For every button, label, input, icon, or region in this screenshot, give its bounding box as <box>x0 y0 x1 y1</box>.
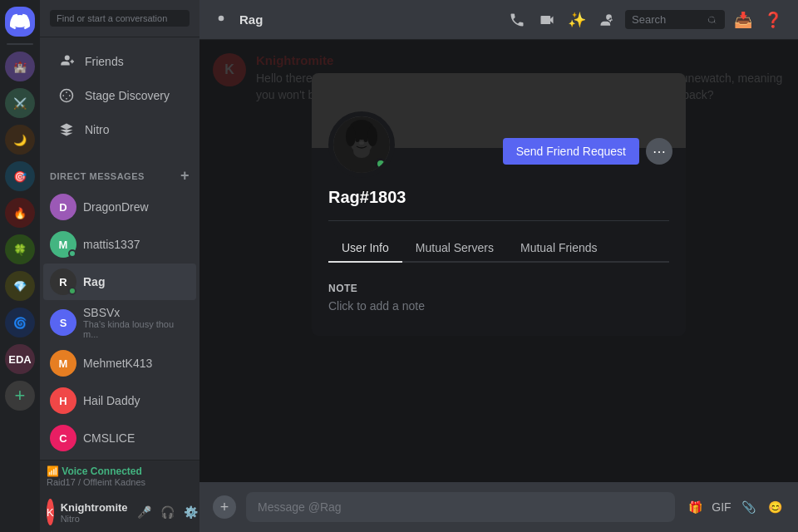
user-status: Nitro <box>61 514 128 524</box>
dm-item-dragondrew[interactable]: D DragonDrew <box>43 189 196 225</box>
add-friend-button[interactable] <box>595 8 618 32</box>
dm-section-header: DIRECT MESSAGES + <box>40 154 200 188</box>
note-label: NOTE <box>328 283 669 294</box>
topbar: Rag ✨ Search 📥 ❓ <box>200 0 798 40</box>
server-icon-5[interactable]: 🔥 <box>5 198 35 228</box>
send-friend-request-button[interactable]: Send Friend Request <box>503 138 639 165</box>
dm-avatar-mattis: M <box>50 231 76 258</box>
search-box[interactable]: Search <box>625 10 725 29</box>
dm-item-cmslice[interactable]: C CMSLICE <box>43 420 196 456</box>
dm-item-mattis[interactable]: M mattis1337 <box>43 226 196 263</box>
note-text[interactable]: Click to add a note <box>328 299 669 313</box>
emoji-button[interactable]: 😊 <box>765 497 785 517</box>
dm-name-rag: Rag <box>83 275 105 288</box>
dm-item-rag[interactable]: R Rag <box>43 264 196 300</box>
server-icon-7[interactable]: 💎 <box>5 271 35 301</box>
tab-user-info[interactable]: User Info <box>328 234 402 263</box>
svg-point-9 <box>359 141 364 145</box>
dm-name-mattis: mattis1337 <box>83 238 140 251</box>
server-icon-6[interactable]: 🍀 <box>5 234 35 264</box>
server-icon-9[interactable]: EDA <box>5 344 35 374</box>
main-content: Rag ✨ Search 📥 ❓ K <box>200 0 798 532</box>
deafen-button[interactable]: 🎧 <box>158 502 178 522</box>
settings-button[interactable]: ⚙️ <box>181 502 201 522</box>
sidebar-item-friends[interactable]: Friends <box>47 45 193 78</box>
add-dm-button[interactable]: + <box>180 167 190 185</box>
sticker-button[interactable]: 📎 <box>738 497 758 517</box>
more-options-button[interactable]: ⋯ <box>646 138 672 165</box>
dm-avatar-rag: R <box>50 268 76 295</box>
note-section: NOTE Click to add a note <box>328 276 669 319</box>
profile-actions: Send Friend Request ⋯ <box>503 138 672 165</box>
user-info: Knightromite Nitro <box>61 501 128 524</box>
profile-status-dot <box>375 158 387 170</box>
profile-modal: Send Friend Request ⋯ Rag#1803 User Info… <box>312 73 686 336</box>
svg-point-0 <box>61 90 73 102</box>
inbox-button[interactable]: 📥 <box>732 8 755 32</box>
dm-avatar-sbsvx: S <box>50 309 76 336</box>
profile-username: Rag#1803 <box>328 188 669 207</box>
svg-point-5 <box>346 126 356 146</box>
server-icon-3[interactable]: 🌙 <box>5 125 35 155</box>
topbar-actions: ✨ Search 📥 ❓ <box>505 8 785 32</box>
message-input[interactable]: Message @Rag <box>246 492 675 522</box>
svg-point-8 <box>364 137 368 142</box>
sidebar-friends-label: Friends <box>85 55 124 68</box>
profile-tabs: User Info Mutual Servers Mutual Friends <box>328 234 669 263</box>
server-icon-8[interactable]: 🌀 <box>5 308 35 337</box>
username: Knightromite <box>61 501 128 514</box>
server-icon-add[interactable]: + <box>5 381 35 411</box>
profile-banner: Send Friend Request ⋯ <box>312 73 686 148</box>
gif-button[interactable]: GIF <box>712 497 732 517</box>
server-icon-2[interactable]: ⚔️ <box>5 88 35 118</box>
user-bar: K Knightromite Nitro 🎤 🎧 ⚙️ <box>40 492 200 532</box>
sidebar-discovery-label: Stage Discovery <box>85 89 170 102</box>
sidebar-header: Find or start a conversation <box>40 0 200 37</box>
tab-mutual-servers[interactable]: Mutual Servers <box>402 234 507 263</box>
svg-point-3 <box>353 145 370 158</box>
discovery-icon <box>57 86 76 106</box>
voice-server-label: Raid17 / Offleint Kadnes <box>47 477 193 487</box>
dm-name-sbsvx: SBSVx Tha's kinda lousy thou m... <box>83 306 190 339</box>
dm-name-dragondrew: DragonDrew <box>83 200 149 214</box>
video-button[interactable] <box>535 8 559 32</box>
topbar-channel-name: Rag <box>239 12 263 27</box>
rag-online-indicator <box>68 287 76 295</box>
dm-avatar-haildaddy: H <box>50 387 76 414</box>
server-icon-1[interactable]: 🏰 <box>5 52 35 81</box>
modal-overlay[interactable]: Send Friend Request ⋯ Rag#1803 User Info… <box>200 40 798 482</box>
tab-mutual-friends[interactable]: Mutual Friends <box>507 234 611 263</box>
help-button[interactable]: ❓ <box>761 8 785 32</box>
nitro-topbar-icon[interactable]: ✨ <box>565 8 589 32</box>
voice-connected-label: 📶 Voice Connected <box>47 466 193 477</box>
sidebar-nav: Friends Stage Discovery Nitro <box>40 37 200 154</box>
dm-item-mehmet[interactable]: M MehmetK413 <box>43 345 196 382</box>
profile-avatar-wrapper <box>328 111 395 178</box>
dm-item-haildaddy[interactable]: H Hail Daddy <box>43 382 196 419</box>
discord-home-icon[interactable] <box>5 7 35 37</box>
svg-point-6 <box>367 126 377 146</box>
profile-avatar <box>328 111 395 178</box>
svg-point-7 <box>356 137 360 142</box>
call-button[interactable] <box>505 8 529 32</box>
user-avatar: K <box>47 499 54 525</box>
dm-list: D DragonDrew M mattis1337 R Rag <box>40 188 200 460</box>
find-conversation-label: Find or start a conversation <box>57 13 167 23</box>
sidebar-nitro-label: Nitro <box>85 123 110 136</box>
search-placeholder: Search <box>632 13 702 26</box>
gift-button[interactable]: 🎁 <box>685 497 705 517</box>
bottom-bar: + Message @Rag 🎁 GIF 📎 😊 <box>200 482 798 532</box>
message-input-placeholder: Message @Rag <box>258 500 342 514</box>
mute-button[interactable]: 🎤 <box>135 502 155 522</box>
sidebar-item-nitro[interactable]: Nitro <box>47 113 193 146</box>
find-conversation-input[interactable]: Find or start a conversation <box>50 10 190 27</box>
add-attachment-button[interactable]: + <box>213 495 236 519</box>
dm-item-sbsvx[interactable]: S SBSVx Tha's kinda lousy thou m... <box>43 301 196 344</box>
server-divider <box>7 43 33 45</box>
nitro-icon <box>57 120 76 140</box>
voice-bar: 📶 Voice Connected Raid17 / Offleint Kadn… <box>40 460 200 492</box>
server-icon-4[interactable]: 🎯 <box>5 161 35 191</box>
messages-area: K Knightromite Hello there, I see you le… <box>200 40 798 482</box>
sidebar-item-discovery[interactable]: Stage Discovery <box>47 79 193 112</box>
dm-avatar-mehmet: M <box>50 350 76 377</box>
